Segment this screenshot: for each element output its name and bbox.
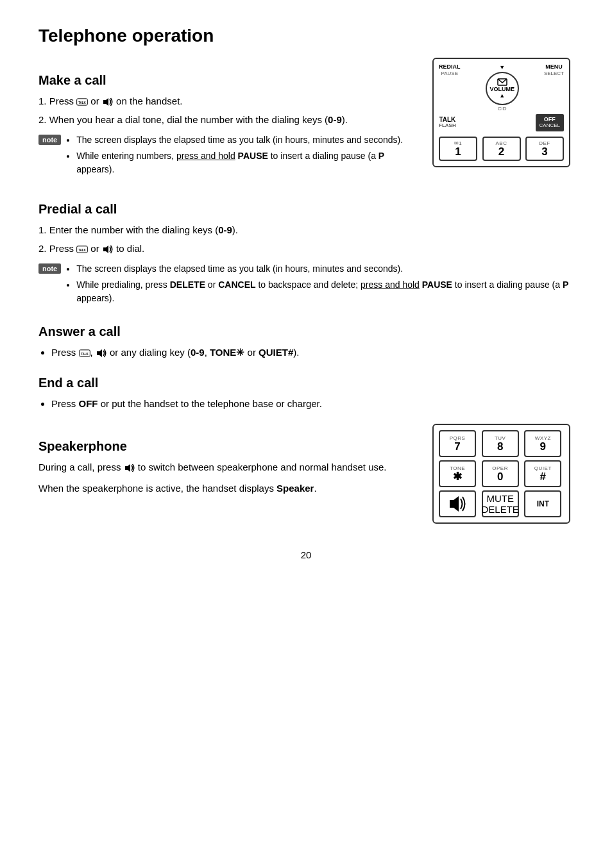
note-bullet-1-2: While entering numbers, press and hold P… bbox=[76, 149, 413, 176]
make-a-call-step-2: 2. When you hear a dial tone, dial the n… bbox=[38, 113, 413, 128]
speaker-icon bbox=[102, 97, 114, 106]
predial-step-1: 1. Enter the number with the dialing key… bbox=[38, 223, 574, 238]
answer-list: Press TALK , or any dialing key (0-9, TO… bbox=[51, 346, 574, 360]
key-quiet-hash: QUIET # bbox=[524, 460, 561, 487]
end-call-section: End a call Press OFF or put the handset … bbox=[38, 376, 574, 412]
svg-marker-9 bbox=[97, 349, 102, 357]
key-mute-delete: MUTE DELETE bbox=[482, 490, 519, 517]
talk-flash-label: TALK FLASH bbox=[439, 116, 456, 129]
off-cancel-label: OFF CANCEL bbox=[536, 114, 564, 131]
svg-text:TALK: TALK bbox=[78, 101, 86, 104]
key-tone-star: TONE ✱ bbox=[439, 460, 476, 487]
page-title: Telephone operation bbox=[38, 26, 574, 46]
menu-select-label: MENU SELECT bbox=[544, 64, 564, 76]
speaker-icon-3 bbox=[96, 349, 107, 358]
predial-note-bullet-2: While predialing, press DELETE or CANCEL… bbox=[76, 278, 574, 305]
phone-bottom-talk-off: TALK FLASH OFF CANCEL bbox=[439, 114, 564, 131]
predial-section: Predial a call 1. Enter the number with … bbox=[38, 202, 574, 309]
note-label-2: note bbox=[38, 263, 61, 274]
key-9: WXYZ 9 bbox=[524, 430, 561, 457]
speakerphone-para1: During a call, press to switch between s… bbox=[38, 460, 413, 475]
top-phone-diagram: REDIAL PAUSE ▼ VOLUME ▲ bbox=[432, 58, 574, 167]
key-1: ✉1 1 bbox=[439, 137, 477, 161]
speaker-key-icon bbox=[447, 495, 468, 513]
note-content-1: The screen displays the elapsed time as … bbox=[66, 133, 413, 180]
note-content-2: The screen displays the elapsed time as … bbox=[66, 262, 574, 309]
key-7: PQRS 7 bbox=[439, 430, 476, 457]
volume-center: ▼ VOLUME ▲ CID bbox=[486, 64, 519, 112]
svg-marker-2 bbox=[103, 98, 108, 106]
note-label-1: note bbox=[38, 135, 61, 145]
svg-text:TALK: TALK bbox=[81, 353, 89, 356]
predial-heading: Predial a call bbox=[38, 202, 574, 217]
answer-section: Answer a call Press TALK , or any dialin… bbox=[38, 324, 574, 360]
phone-diagram-bottom: PQRS 7 TUV 8 WXYZ 9 TONE ✱ bbox=[432, 424, 570, 524]
end-call-list: Press OFF or put the handset to the tele… bbox=[51, 397, 574, 412]
top-phone-keys: ✉1 1 ABC 2 DEF 3 bbox=[439, 137, 564, 161]
key-2: ABC 2 bbox=[482, 137, 521, 161]
make-a-call-note: note The screen displays the elapsed tim… bbox=[38, 133, 413, 180]
bottom-keys-grid: PQRS 7 TUV 8 WXYZ 9 TONE ✱ bbox=[439, 430, 564, 517]
key-speaker bbox=[439, 490, 476, 517]
speakerphone-heading: Speakerphone bbox=[38, 439, 413, 454]
end-call-heading: End a call bbox=[38, 376, 574, 390]
svg-marker-11 bbox=[450, 496, 459, 512]
redial-pause-label: REDIAL PAUSE bbox=[439, 64, 461, 76]
bottom-phone-diagram: PQRS 7 TUV 8 WXYZ 9 TONE ✱ bbox=[432, 424, 574, 524]
volume-circle: VOLUME ▲ bbox=[486, 72, 519, 105]
make-a-call-heading: Make a call bbox=[38, 73, 413, 88]
svg-marker-6 bbox=[103, 246, 108, 253]
make-a-call-left: Make a call 1. Press TALK or on the hand… bbox=[38, 58, 413, 187]
talk-icon-2: TALK bbox=[76, 246, 88, 253]
key-0: OPER 0 bbox=[482, 460, 519, 487]
key-int: INT bbox=[524, 490, 561, 517]
phone-diagram-top: REDIAL PAUSE ▼ VOLUME ▲ bbox=[432, 58, 570, 167]
predial-steps: 1. Enter the number with the dialing key… bbox=[38, 223, 574, 256]
talk-icon-3: TALK bbox=[79, 349, 90, 357]
answer-heading: Answer a call bbox=[38, 324, 574, 339]
make-a-call-section: Make a call 1. Press TALK or on the hand… bbox=[38, 58, 574, 187]
speaker-icon-2 bbox=[102, 245, 114, 254]
make-a-call-steps: 1. Press TALK or on the handset. 2. When… bbox=[38, 94, 413, 127]
answer-bullet: Press TALK , or any dialing key (0-9, TO… bbox=[51, 346, 574, 360]
envelope-icon bbox=[497, 78, 507, 86]
svg-text:TALK: TALK bbox=[78, 248, 86, 251]
end-call-bullet: Press OFF or put the handset to the tele… bbox=[51, 397, 574, 412]
predial-note-bullet-1: The screen displays the elapsed time as … bbox=[76, 262, 574, 276]
page-number: 20 bbox=[38, 549, 574, 560]
speakerphone-section: Speakerphone During a call, press to swi… bbox=[38, 424, 574, 524]
predial-note: note The screen displays the elapsed tim… bbox=[38, 262, 574, 309]
key-8: TUV 8 bbox=[482, 430, 519, 457]
talk-icon: TALK bbox=[76, 98, 88, 106]
note-bullet-1-1: The screen displays the elapsed time as … bbox=[76, 133, 413, 147]
speaker-icon-4 bbox=[124, 463, 135, 472]
speakerphone-para2: When the speakerphone is active, the han… bbox=[38, 481, 413, 496]
make-a-call-step-1: 1. Press TALK or on the handset. bbox=[38, 94, 413, 109]
predial-step-2: 2. Press TALK or to dial. bbox=[38, 242, 574, 256]
key-3: DEF 3 bbox=[525, 137, 564, 161]
svg-marker-10 bbox=[125, 464, 130, 472]
speakerphone-left: Speakerphone During a call, press to swi… bbox=[38, 424, 413, 499]
